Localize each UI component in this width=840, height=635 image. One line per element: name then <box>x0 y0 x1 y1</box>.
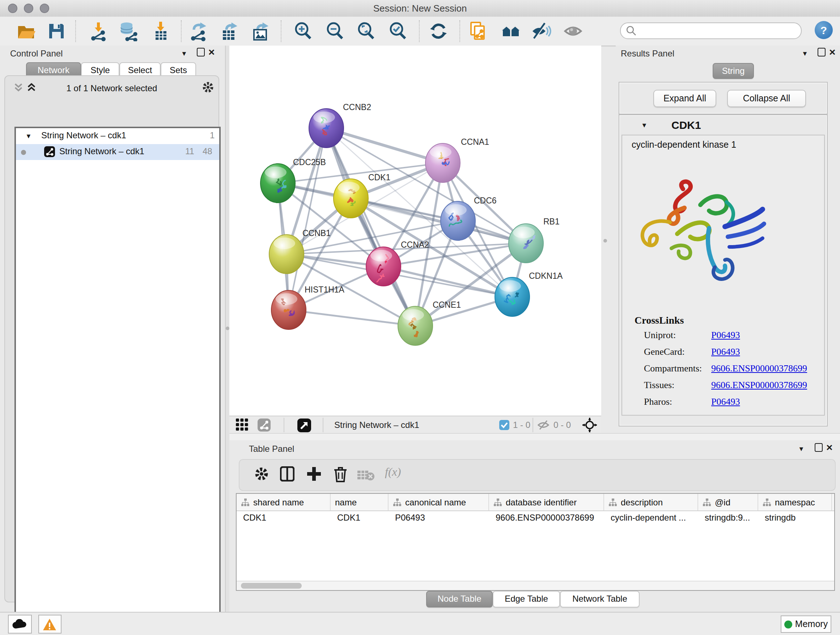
crosslink-link[interactable]: P06493 <box>711 329 740 341</box>
import-network-database-icon[interactable] <box>118 21 138 41</box>
search-input[interactable] <box>639 24 794 38</box>
export-network-icon[interactable] <box>188 21 208 41</box>
network-edge-count: 48 <box>202 146 212 157</box>
export-image-icon[interactable] <box>250 21 271 41</box>
column-header[interactable]: shared name <box>237 494 331 510</box>
network-edge-CCNB2-CCNA1[interactable] <box>326 128 443 163</box>
string-network-graph[interactable]: CCNB2CCNA1CDC25BCDK1CDC6RB1CCNB1CCNA2CDK… <box>229 46 601 416</box>
network-canvas[interactable]: CCNB2CCNA1CDC25BCDK1CDC6RB1CCNB1CCNA2CDK… <box>229 46 601 416</box>
crosslink-link[interactable]: P06493 <box>711 346 740 358</box>
warnings-button[interactable] <box>38 615 62 633</box>
toolbar-separator <box>419 20 420 42</box>
column-header[interactable]: namespac <box>758 494 832 510</box>
crosslink-link[interactable]: 9606.ENSP00000378699 <box>711 363 807 374</box>
control-panel-close-icon[interactable]: × <box>208 48 215 57</box>
control-panel-collapse-icon[interactable]: ▼ <box>181 50 187 57</box>
tab-network-table[interactable]: Network Table <box>560 591 639 608</box>
toolbar-separator <box>459 20 460 42</box>
collection-expander-icon[interactable]: ▼ <box>25 133 32 140</box>
network-node-CDC6[interactable] <box>441 201 475 241</box>
network-node-HIST1H1A[interactable] <box>271 290 306 329</box>
table-options-gear-icon[interactable] <box>254 466 269 481</box>
network-node-CCNB2[interactable] <box>309 109 344 148</box>
search-box <box>620 22 802 39</box>
network-grid-view-icon[interactable] <box>236 418 248 431</box>
hide-selection-icon[interactable] <box>531 21 551 41</box>
table-cell[interactable]: CDK1 <box>331 510 388 526</box>
network-node-CDKN1A[interactable] <box>495 277 530 317</box>
open-session-icon[interactable] <box>16 21 36 41</box>
fit-content-crosshair-icon[interactable] <box>583 418 597 432</box>
table-cell[interactable]: CDK1 <box>237 510 331 526</box>
table-cell[interactable]: stringdb:9... <box>698 510 758 526</box>
table-cell[interactable]: stringdb <box>758 510 832 526</box>
cloud-status-button[interactable] <box>8 615 32 633</box>
network-node-CCNE1[interactable] <box>398 306 433 345</box>
collapse-all-button[interactable]: Collapse All <box>727 90 806 107</box>
show-all-icon[interactable] <box>564 21 584 41</box>
delete-column-icon[interactable] <box>333 466 347 482</box>
export-table-icon[interactable] <box>219 21 240 41</box>
selected-checkbox-icon[interactable] <box>499 420 509 430</box>
divider-handle[interactable] <box>603 239 607 242</box>
network-node-CCNA1[interactable] <box>425 143 460 182</box>
zoom-out-icon[interactable] <box>325 21 345 41</box>
control-panel-float-icon[interactable] <box>197 48 205 57</box>
network-edge-CCNB2-CCNE1[interactable] <box>326 128 415 326</box>
node-label-CCNA2: CCNA2 <box>401 240 429 249</box>
table-cell[interactable]: 9606.ENSP00000378699 <box>489 510 604 526</box>
network-edge-CCNB2-HIST1H1A[interactable] <box>289 128 326 310</box>
cytoscape-window: Session: New Session ? Control Panel <box>0 0 840 635</box>
crosslink-link[interactable]: P06493 <box>711 396 740 408</box>
show-columns-icon[interactable] <box>280 466 294 481</box>
zoom-in-icon[interactable] <box>293 21 313 41</box>
network-view-string-icon[interactable] <box>257 418 271 432</box>
add-column-icon[interactable] <box>307 466 321 481</box>
table-cell[interactable]: cyclin-dependent ... <box>604 510 698 526</box>
network-node-CDK1[interactable] <box>333 179 368 218</box>
memory-button[interactable]: Memory <box>781 616 831 633</box>
table-cell[interactable]: P06493 <box>388 510 489 526</box>
birds-eye-view-icon[interactable] <box>297 418 311 432</box>
column-header[interactable]: database identifier <box>489 494 604 510</box>
results-panel-float-icon[interactable] <box>818 48 826 57</box>
divider-handle[interactable] <box>226 326 229 330</box>
zoom-selected-icon[interactable] <box>388 21 408 41</box>
table-horizontal-scrollbar[interactable] <box>237 581 834 590</box>
network-node-CCNB1[interactable] <box>269 234 304 274</box>
network-collection-row[interactable]: ▼ String Network – cdk1 1 <box>16 128 219 144</box>
zoom-fit-icon[interactable] <box>356 21 376 41</box>
window-title: Session: New Session <box>0 3 840 14</box>
column-header[interactable]: description <box>604 494 698 510</box>
column-header[interactable]: @id <box>698 494 758 510</box>
tab-string-results[interactable]: String <box>713 63 754 79</box>
network-node-CCNA2[interactable] <box>366 247 401 286</box>
crosslink-link[interactable]: 9606.ENSP00000378699 <box>711 379 807 391</box>
network-node-CDC25B[interactable] <box>261 164 295 203</box>
scrollbar-thumb[interactable] <box>241 583 302 589</box>
network-options-gear-icon[interactable] <box>202 81 214 93</box>
results-panel-close-icon[interactable]: × <box>829 48 836 57</box>
table-panel-close-icon[interactable]: × <box>826 443 833 452</box>
gene-section-expander-icon[interactable]: ▼ <box>641 122 647 129</box>
clone-network-icon[interactable] <box>467 21 488 41</box>
tab-edge-table[interactable]: Edge Table <box>493 591 560 608</box>
collection-count: 1 <box>210 130 215 141</box>
column-header[interactable]: name <box>331 494 388 510</box>
tab-node-table[interactable]: Node Table <box>426 591 493 608</box>
network-edge-HIST1H1A-CCNE1[interactable] <box>289 310 415 326</box>
column-header[interactable]: canonical name <box>388 494 489 510</box>
save-session-icon[interactable] <box>46 21 66 41</box>
network-node-RB1[interactable] <box>508 224 543 263</box>
first-neighbors-icon[interactable] <box>501 21 521 41</box>
results-panel-collapse-icon[interactable]: ▼ <box>802 50 808 57</box>
import-network-icon[interactable] <box>88 21 109 41</box>
table-row[interactable]: CDK1CDK1P064939606.ENSP00000378699cyclin… <box>237 510 834 526</box>
help-button[interactable]: ? <box>815 21 833 39</box>
table-panel-float-icon[interactable] <box>815 443 823 452</box>
expand-all-button[interactable]: Expand All <box>653 90 716 107</box>
network-row[interactable]: String Network – cdk1 11 48 <box>16 144 219 160</box>
import-table-icon[interactable] <box>150 21 171 41</box>
refresh-icon[interactable] <box>428 21 448 41</box>
table-panel-collapse-icon[interactable]: ▼ <box>798 445 805 453</box>
